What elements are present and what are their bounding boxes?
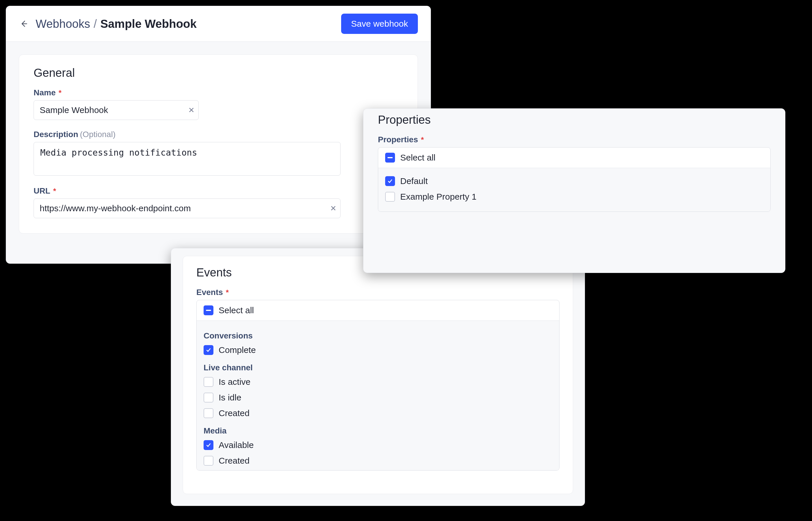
checkbox-indeterminate-icon[interactable] bbox=[385, 153, 395, 163]
properties-item[interactable]: Example Property 1 bbox=[385, 189, 763, 205]
events-item[interactable]: Is idle bbox=[204, 390, 552, 405]
name-label: Name bbox=[33, 88, 55, 97]
properties-listbox: Select all DefaultExample Property 1 bbox=[378, 147, 771, 212]
events-item-label: Is active bbox=[219, 377, 250, 387]
checkbox-unchecked-icon[interactable] bbox=[204, 393, 213, 403]
clear-url-icon[interactable]: ✕ bbox=[330, 204, 336, 213]
properties-item[interactable]: Default bbox=[385, 173, 763, 189]
properties-item-label: Default bbox=[400, 176, 428, 186]
clear-name-icon[interactable]: ✕ bbox=[188, 106, 195, 115]
checkbox-indeterminate-icon[interactable] bbox=[204, 305, 213, 315]
card-general: General Name * ✕ Description (Optional) … bbox=[19, 54, 418, 233]
events-group-title: Media bbox=[204, 426, 552, 435]
events-item[interactable]: Is active bbox=[204, 374, 552, 390]
required-mark: * bbox=[58, 88, 62, 97]
url-label: URL bbox=[33, 186, 50, 196]
checkbox-unchecked-icon[interactable] bbox=[204, 377, 213, 387]
events-field-label: Events bbox=[196, 288, 223, 297]
events-item[interactable]: Available bbox=[204, 437, 552, 453]
description-optional: (Optional) bbox=[80, 130, 116, 139]
events-select-all-row[interactable]: Select all bbox=[197, 300, 559, 321]
description-label: Description bbox=[33, 130, 78, 139]
checkbox-checked-icon[interactable] bbox=[204, 440, 213, 450]
events-listbox: Select all ConversionsCompleteLive chann… bbox=[196, 300, 559, 471]
properties-item-label: Example Property 1 bbox=[400, 192, 476, 202]
card-events: Events Events * Select all ConversionsCo… bbox=[183, 256, 573, 494]
events-group-title: Conversions bbox=[204, 331, 552, 340]
checkbox-checked-icon[interactable] bbox=[204, 345, 213, 355]
events-select-all-label: Select all bbox=[219, 305, 254, 315]
checkbox-unchecked-icon[interactable] bbox=[204, 408, 213, 418]
breadcrumb-root[interactable]: Webhooks bbox=[35, 17, 90, 30]
events-item[interactable]: Created bbox=[204, 405, 552, 421]
save-webhook-button[interactable]: Save webhook bbox=[341, 14, 418, 34]
events-group-title: Live channel bbox=[204, 363, 552, 372]
breadcrumb-current: Sample Webhook bbox=[100, 17, 197, 30]
window-properties: Properties Properties * Select all Defau… bbox=[363, 108, 785, 273]
url-input[interactable] bbox=[33, 199, 340, 218]
window-events: Events Events * Select all ConversionsCo… bbox=[171, 248, 585, 506]
checkbox-unchecked-icon[interactable] bbox=[204, 456, 213, 466]
events-item-label: Created bbox=[219, 408, 249, 418]
breadcrumb-separator: / bbox=[90, 17, 100, 30]
events-item-label: Created bbox=[219, 456, 249, 466]
events-item-label: Available bbox=[219, 440, 254, 450]
properties-field-label: Properties bbox=[378, 135, 418, 144]
required-mark: * bbox=[226, 288, 229, 297]
name-input[interactable] bbox=[33, 100, 199, 120]
events-item-label: Is idle bbox=[219, 393, 241, 403]
back-icon[interactable] bbox=[19, 19, 29, 29]
checkbox-unchecked-icon[interactable] bbox=[385, 192, 395, 202]
events-item[interactable]: Complete bbox=[204, 342, 552, 358]
page-header: Webhooks / Sample Webhook Save webhook bbox=[6, 6, 431, 42]
events-item-label: Complete bbox=[219, 345, 256, 355]
general-section-title: General bbox=[33, 66, 403, 80]
required-mark: * bbox=[53, 187, 56, 196]
properties-section-title: Properties bbox=[378, 113, 771, 126]
properties-select-all-label: Select all bbox=[400, 153, 435, 163]
description-input[interactable]: Media processing notifications bbox=[33, 142, 340, 176]
checkbox-checked-icon[interactable] bbox=[385, 176, 395, 186]
properties-select-all-row[interactable]: Select all bbox=[378, 148, 770, 168]
events-item[interactable]: Created bbox=[204, 453, 552, 469]
required-mark: * bbox=[421, 135, 424, 144]
card-properties: Properties Properties * Select all Defau… bbox=[378, 113, 771, 261]
